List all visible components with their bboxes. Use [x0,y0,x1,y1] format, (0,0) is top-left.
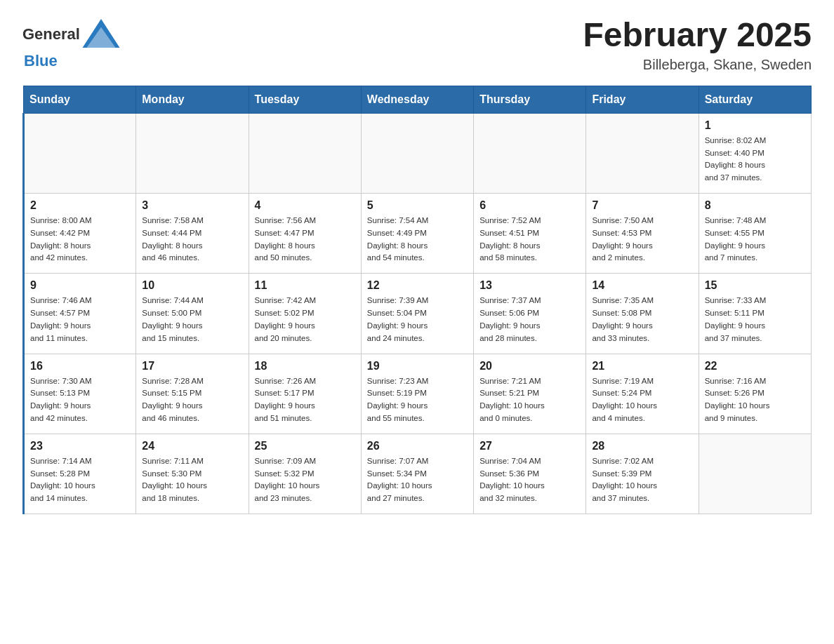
day-number: 21 [592,360,692,373]
day-info: Sunrise: 7:19 AMSunset: 5:24 PMDaylight:… [592,375,692,425]
calendar-cell: 24Sunrise: 7:11 AMSunset: 5:30 PMDayligh… [136,434,249,514]
day-number: 15 [705,279,805,292]
week-row-1: 1Sunrise: 8:02 AMSunset: 4:40 PMDaylight… [24,113,812,193]
calendar-cell [24,113,136,193]
calendar-cell: 21Sunrise: 7:19 AMSunset: 5:24 PMDayligh… [586,354,699,434]
day-number: 13 [479,279,580,292]
day-number: 12 [367,279,468,292]
day-info: Sunrise: 7:11 AMSunset: 5:30 PMDaylight:… [142,455,242,505]
weekday-header-friday: Friday [586,86,699,113]
day-number: 18 [255,360,355,373]
calendar-cell: 17Sunrise: 7:28 AMSunset: 5:15 PMDayligh… [136,354,249,434]
page-title: February 2025 [583,17,812,54]
calendar-cell [699,434,811,514]
day-info: Sunrise: 7:07 AMSunset: 5:34 PMDaylight:… [367,455,468,505]
day-number: 27 [479,440,580,452]
day-info: Sunrise: 8:02 AMSunset: 4:40 PMDaylight:… [705,135,805,185]
logo-blue-text: Blue [24,52,122,70]
day-info: Sunrise: 7:30 AMSunset: 5:13 PMDaylight:… [30,375,130,425]
calendar-table: SundayMondayTuesdayWednesdayThursdayFrid… [22,86,812,514]
calendar-cell: 3Sunrise: 7:58 AMSunset: 4:44 PMDaylight… [136,194,249,274]
calendar-cell: 12Sunrise: 7:39 AMSunset: 5:04 PMDayligh… [361,274,473,354]
calendar-cell: 8Sunrise: 7:48 AMSunset: 4:55 PMDaylight… [699,194,811,274]
calendar-cell: 25Sunrise: 7:09 AMSunset: 5:32 PMDayligh… [249,434,361,514]
day-info: Sunrise: 7:54 AMSunset: 4:49 PMDaylight:… [367,215,468,264]
calendar-cell: 16Sunrise: 7:30 AMSunset: 5:13 PMDayligh… [24,354,136,434]
calendar-cell [136,113,249,193]
calendar-cell: 6Sunrise: 7:52 AMSunset: 4:51 PMDaylight… [474,194,586,274]
day-info: Sunrise: 7:21 AMSunset: 5:21 PMDaylight:… [479,375,580,425]
day-number: 25 [255,440,355,452]
day-number: 10 [142,279,242,292]
day-info: Sunrise: 7:14 AMSunset: 5:28 PMDaylight:… [30,455,130,505]
day-info: Sunrise: 7:26 AMSunset: 5:17 PMDaylight:… [255,375,355,425]
day-number: 28 [592,440,692,452]
calendar-cell: 2Sunrise: 8:00 AMSunset: 4:42 PMDaylight… [24,194,136,274]
logo-icon [80,17,122,52]
logo: General Blue [22,17,122,70]
day-number: 24 [142,440,242,452]
calendar-cell: 26Sunrise: 7:07 AMSunset: 5:34 PMDayligh… [361,434,473,514]
calendar-cell: 5Sunrise: 7:54 AMSunset: 4:49 PMDaylight… [361,194,473,274]
calendar-cell [586,113,699,193]
calendar-cell: 28Sunrise: 7:02 AMSunset: 5:39 PMDayligh… [586,434,699,514]
week-row-2: 2Sunrise: 8:00 AMSunset: 4:42 PMDaylight… [24,194,812,274]
day-number: 22 [705,360,805,373]
calendar-cell: 1Sunrise: 8:02 AMSunset: 4:40 PMDaylight… [699,113,811,193]
day-number: 19 [367,360,468,373]
day-info: Sunrise: 7:23 AMSunset: 5:19 PMDaylight:… [367,375,468,425]
day-number: 20 [479,360,580,373]
day-number: 2 [30,199,130,212]
day-number: 9 [30,279,130,292]
day-number: 23 [30,440,130,452]
week-row-4: 16Sunrise: 7:30 AMSunset: 5:13 PMDayligh… [24,354,812,434]
day-info: Sunrise: 7:33 AMSunset: 5:11 PMDaylight:… [705,295,805,344]
calendar-cell: 4Sunrise: 7:56 AMSunset: 4:47 PMDaylight… [249,194,361,274]
day-info: Sunrise: 7:50 AMSunset: 4:53 PMDaylight:… [592,215,692,264]
weekday-header-saturday: Saturday [699,86,811,113]
logo-general-text: General [22,25,80,43]
calendar-cell: 22Sunrise: 7:16 AMSunset: 5:26 PMDayligh… [699,354,811,434]
day-info: Sunrise: 7:28 AMSunset: 5:15 PMDaylight:… [142,375,242,425]
page-subtitle: Billeberga, Skane, Sweden [583,57,812,73]
calendar-cell: 7Sunrise: 7:50 AMSunset: 4:53 PMDaylight… [586,194,699,274]
day-info: Sunrise: 7:44 AMSunset: 5:00 PMDaylight:… [142,295,242,344]
day-number: 14 [592,279,692,292]
weekday-header-thursday: Thursday [474,86,586,113]
calendar-cell: 13Sunrise: 7:37 AMSunset: 5:06 PMDayligh… [474,274,586,354]
day-info: Sunrise: 7:37 AMSunset: 5:06 PMDaylight:… [479,295,580,344]
calendar-cell: 23Sunrise: 7:14 AMSunset: 5:28 PMDayligh… [24,434,136,514]
day-info: Sunrise: 8:00 AMSunset: 4:42 PMDaylight:… [30,215,130,264]
calendar-cell: 10Sunrise: 7:44 AMSunset: 5:00 PMDayligh… [136,274,249,354]
weekday-header-tuesday: Tuesday [249,86,361,113]
day-number: 17 [142,360,242,373]
calendar-cell: 11Sunrise: 7:42 AMSunset: 5:02 PMDayligh… [249,274,361,354]
day-number: 6 [479,199,580,212]
title-block: February 2025 Billeberga, Skane, Sweden [583,17,812,73]
day-info: Sunrise: 7:16 AMSunset: 5:26 PMDaylight:… [705,375,805,425]
page-header: General Blue February 2025 Billeberga, S… [22,17,812,73]
weekday-header-sunday: Sunday [24,86,136,113]
calendar-cell: 14Sunrise: 7:35 AMSunset: 5:08 PMDayligh… [586,274,699,354]
day-number: 26 [367,440,468,452]
calendar-cell: 9Sunrise: 7:46 AMSunset: 4:57 PMDaylight… [24,274,136,354]
day-number: 7 [592,199,692,212]
day-number: 11 [255,279,355,292]
calendar-cell: 27Sunrise: 7:04 AMSunset: 5:36 PMDayligh… [474,434,586,514]
calendar-cell: 18Sunrise: 7:26 AMSunset: 5:17 PMDayligh… [249,354,361,434]
day-number: 1 [705,119,805,132]
week-row-3: 9Sunrise: 7:46 AMSunset: 4:57 PMDaylight… [24,274,812,354]
day-info: Sunrise: 7:46 AMSunset: 4:57 PMDaylight:… [30,295,130,344]
day-number: 5 [367,199,468,212]
day-info: Sunrise: 7:09 AMSunset: 5:32 PMDaylight:… [255,455,355,505]
calendar-cell [474,113,586,193]
day-info: Sunrise: 7:52 AMSunset: 4:51 PMDaylight:… [479,215,580,264]
calendar-cell [361,113,473,193]
day-info: Sunrise: 7:02 AMSunset: 5:39 PMDaylight:… [592,455,692,505]
day-number: 3 [142,199,242,212]
weekday-header-wednesday: Wednesday [361,86,473,113]
day-info: Sunrise: 7:48 AMSunset: 4:55 PMDaylight:… [705,215,805,264]
day-number: 16 [30,360,130,373]
calendar-cell: 15Sunrise: 7:33 AMSunset: 5:11 PMDayligh… [699,274,811,354]
weekday-header-row: SundayMondayTuesdayWednesdayThursdayFrid… [24,86,812,113]
